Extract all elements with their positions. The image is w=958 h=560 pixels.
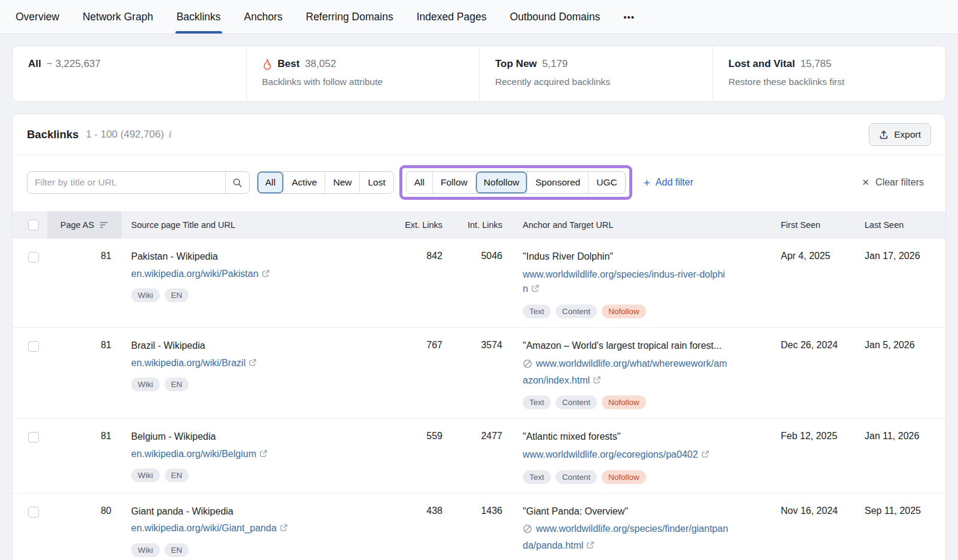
status-filter-group: All Active New Lost bbox=[257, 171, 394, 194]
clear-filters-label: Clear filters bbox=[875, 177, 924, 188]
table-header: Page AS Source page Title and URL Ext. L… bbox=[13, 211, 945, 239]
select-all-checkbox[interactable] bbox=[28, 220, 39, 230]
table-row: 81 Pakistan - Wikipedia en.wikipedia.org… bbox=[13, 239, 945, 328]
follow-filter-nofollow[interactable]: Nofollow bbox=[475, 172, 527, 193]
backlinks-panel: Backlinks 1 - 100 (492,706) i Export bbox=[12, 114, 946, 560]
follow-filter-ugc[interactable]: UGC bbox=[588, 172, 624, 193]
add-filter-button[interactable]: + Add filter bbox=[644, 177, 693, 188]
follow-filter-all[interactable]: All bbox=[407, 172, 432, 193]
card-lost-and-vital[interactable]: Lost and Vital 15,785 Restore these back… bbox=[713, 46, 946, 101]
source-page-title: Belgium - Wikipedia bbox=[131, 430, 378, 443]
status-filter-active[interactable]: Active bbox=[283, 172, 325, 193]
source-page-title: Brazil - Wikipedia bbox=[131, 339, 378, 352]
upload-icon bbox=[879, 130, 889, 139]
source-url-link[interactable]: en.wikipedia.org/wiki/Brazil bbox=[131, 358, 245, 368]
target-url-link[interactable]: www.worldwildlife.org/species/indus-rive… bbox=[523, 269, 725, 294]
panel-title: Backlinks bbox=[27, 128, 78, 141]
link-type-tag: Text bbox=[523, 395, 551, 409]
nofollow-badge: Nofollow bbox=[602, 305, 646, 318]
nofollow-slash-icon bbox=[523, 358, 532, 373]
column-first-seen[interactable]: First Seen bbox=[761, 211, 845, 239]
external-link-icon bbox=[248, 357, 257, 370]
source-url-link[interactable]: en.wikipedia.org/wiki/Pakistan bbox=[131, 269, 259, 279]
nofollow-badge: Nofollow bbox=[602, 395, 646, 409]
external-link-icon bbox=[280, 522, 288, 535]
first-seen-value: Apr 4, 2025 bbox=[761, 250, 845, 261]
highlight-box: All Follow Nofollow Sponsored UGC bbox=[399, 165, 632, 200]
column-anchor[interactable]: Anchor and Target URL bbox=[502, 211, 761, 239]
tab-network-graph[interactable]: Network Graph bbox=[83, 0, 153, 34]
tab-overview[interactable]: Overview bbox=[16, 0, 59, 34]
sort-descending-icon bbox=[99, 221, 108, 229]
card-value: 15,785 bbox=[801, 58, 832, 70]
target-url-link[interactable]: www.worldwildlife.org/what/wherewework/a… bbox=[523, 358, 727, 385]
row-checkbox[interactable] bbox=[28, 341, 39, 352]
card-top-new[interactable]: Top New 5,179 Recently acquired backlink… bbox=[479, 46, 713, 101]
search-input[interactable] bbox=[28, 172, 225, 193]
column-label: Page AS bbox=[60, 220, 94, 230]
ext-links-value: 842 bbox=[392, 250, 442, 261]
target-url-link[interactable]: www.worldwildlife.org/species/finder/gia… bbox=[523, 524, 728, 550]
search-button[interactable] bbox=[225, 172, 249, 193]
link-type-tag: Text bbox=[523, 470, 551, 484]
link-type-tag: Text bbox=[523, 305, 551, 318]
target-url-link[interactable]: www.worldwildlife.org/ecoregions/pa0402 bbox=[523, 449, 698, 459]
ext-links-value: 767 bbox=[392, 339, 442, 351]
row-checkbox[interactable] bbox=[28, 432, 39, 443]
export-label: Export bbox=[894, 129, 921, 140]
follow-filter-sponsored[interactable]: Sponsored bbox=[527, 172, 588, 193]
result-range: 1 - 100 (492,706) bbox=[86, 129, 163, 141]
card-best[interactable]: Best 38,052 Backlinks with follow attrib… bbox=[246, 46, 480, 101]
search-box bbox=[27, 171, 250, 194]
tab-backlinks[interactable]: Backlinks bbox=[177, 0, 221, 34]
search-icon bbox=[232, 178, 242, 188]
external-link-icon bbox=[593, 374, 601, 389]
tab-referring-domains[interactable]: Referring Domains bbox=[306, 0, 393, 34]
status-filter-lost[interactable]: Lost bbox=[359, 172, 393, 193]
table-row: 81 Brazil - Wikipedia en.wikipedia.org/w… bbox=[13, 328, 945, 419]
card-all[interactable]: All ~ 3,225,637 bbox=[13, 46, 246, 101]
plus-icon: + bbox=[644, 177, 650, 188]
tab-anchors[interactable]: Anchors bbox=[244, 0, 283, 34]
close-icon: ✕ bbox=[862, 177, 870, 188]
card-title: Best bbox=[278, 58, 300, 70]
source-tag: Wiki bbox=[131, 378, 160, 391]
external-link-icon bbox=[259, 448, 268, 461]
column-int-links[interactable]: Int. Links bbox=[442, 211, 502, 239]
anchor-text: "Atlantic mixed forests" bbox=[523, 430, 743, 443]
row-checkbox[interactable] bbox=[28, 252, 39, 263]
source-tag: EN bbox=[165, 288, 189, 302]
export-button[interactable]: Export bbox=[869, 123, 931, 146]
first-seen-value: Nov 16, 2024 bbox=[761, 505, 845, 516]
status-filter-new[interactable]: New bbox=[325, 172, 359, 193]
last-seen-value: Jan 5, 2026 bbox=[845, 339, 945, 351]
source-url-link[interactable]: en.wikipedia.org/wiki/Giant_panda bbox=[131, 523, 277, 533]
follow-filter-group: All Follow Nofollow Sponsored UGC bbox=[406, 171, 626, 194]
backlinks-report-screen: Overview Network Graph Backlinks Anchors… bbox=[0, 0, 958, 560]
int-links-value: 1436 bbox=[442, 505, 502, 516]
link-type-tag: Content bbox=[556, 470, 597, 484]
follow-filter-follow[interactable]: Follow bbox=[432, 172, 475, 193]
tab-indexed-pages[interactable]: Indexed Pages bbox=[417, 0, 487, 34]
int-links-value: 2477 bbox=[442, 430, 502, 442]
status-filter-all[interactable]: All bbox=[257, 172, 283, 193]
more-tabs-icon[interactable]: ••• bbox=[623, 0, 635, 34]
clear-filters-button[interactable]: ✕ Clear filters bbox=[862, 177, 931, 188]
last-seen-value: Sep 11, 2025 bbox=[845, 505, 945, 516]
external-link-icon bbox=[531, 282, 539, 297]
source-url-link[interactable]: en.wikipedia.org/wiki/Belgium bbox=[131, 449, 256, 459]
table-row: 81 Belgium - Wikipedia en.wikipedia.org/… bbox=[13, 419, 945, 493]
column-page-as[interactable]: Page AS bbox=[47, 211, 122, 239]
column-source[interactable]: Source page Title and URL bbox=[122, 211, 392, 239]
column-last-seen[interactable]: Last Seen bbox=[845, 211, 945, 239]
info-icon[interactable]: i bbox=[169, 129, 171, 140]
page-as-value: 81 bbox=[47, 430, 122, 442]
ext-links-value: 438 bbox=[392, 505, 442, 516]
report-tab-bar: Overview Network Graph Backlinks Anchors… bbox=[0, 0, 958, 34]
card-value: 38,052 bbox=[305, 58, 336, 70]
card-value: ~ 3,225,637 bbox=[47, 58, 101, 70]
flame-icon bbox=[262, 59, 272, 70]
row-checkbox[interactable] bbox=[28, 507, 39, 518]
column-ext-links[interactable]: Ext. Links bbox=[392, 211, 442, 239]
tab-outbound-domains[interactable]: Outbound Domains bbox=[510, 0, 600, 34]
